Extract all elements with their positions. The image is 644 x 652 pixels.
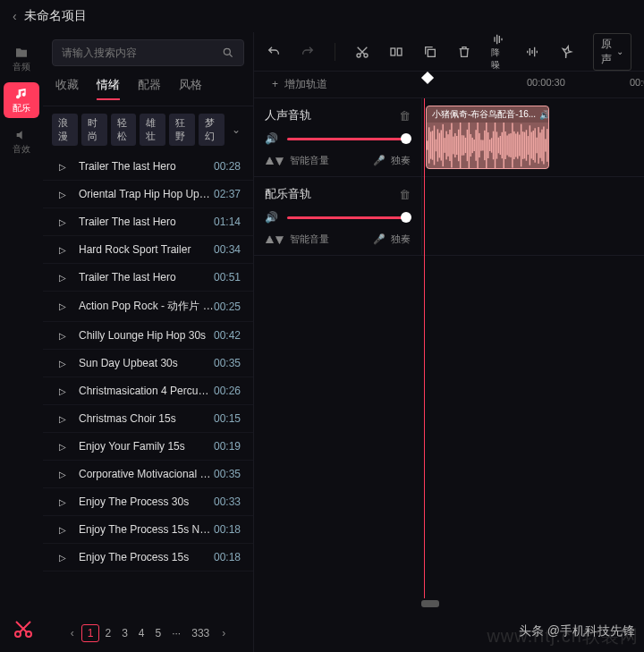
- svg-rect-59: [517, 131, 518, 158]
- svg-rect-39: [482, 140, 483, 151]
- play-icon[interactable]: ▷: [55, 359, 70, 368]
- pill[interactable]: 梦幻: [199, 114, 225, 146]
- tab-fav[interactable]: 收藏: [55, 77, 79, 100]
- back-icon[interactable]: ‹: [13, 9, 17, 23]
- undo-button[interactable]: [267, 45, 281, 59]
- pin-button[interactable]: [559, 45, 573, 59]
- split-button[interactable]: [389, 45, 403, 59]
- list-item[interactable]: ▷Enjoy Your Family 15s00:19: [43, 433, 253, 461]
- pager-page[interactable]: ···: [166, 625, 186, 641]
- list-item[interactable]: ▷Enjoy The Process 15s00:18: [43, 544, 253, 572]
- trash-icon[interactable]: 🗑: [399, 188, 411, 201]
- list-item[interactable]: ▷Christmas Choir 15s00:15: [43, 405, 253, 433]
- list-item[interactable]: ▷Trailer The last Hero00:51: [43, 264, 253, 292]
- track-lane[interactable]: 小猪佩奇-布谷鸟配音-16... 🔊: [422, 98, 644, 176]
- play-icon[interactable]: ▷: [55, 497, 70, 507]
- tab-instr[interactable]: 配器: [138, 77, 161, 100]
- svg-rect-16: [442, 124, 443, 166]
- add-track-button[interactable]: + 增加轨道: [272, 77, 327, 92]
- tab-mood[interactable]: 情绪: [97, 77, 120, 100]
- redo-button[interactable]: [301, 45, 315, 59]
- volume-icon[interactable]: 🔊: [265, 132, 278, 145]
- pill[interactable]: 浪漫: [52, 114, 78, 146]
- list-item[interactable]: ▷Enjoy The Process 15s No ...00:18: [43, 516, 253, 544]
- sidebar-item-sfx[interactable]: 音效: [4, 123, 39, 159]
- track-header: 配乐音轨 🗑 🔊 ⯅⯆智能音量 🎤独奏: [254, 177, 422, 255]
- search-input-wrap[interactable]: [52, 39, 244, 66]
- audio-clip[interactable]: 小猪佩奇-布谷鸟配音-16... 🔊: [426, 106, 549, 169]
- track-list: ▷Trailer The last Hero00:28▷Oriental Tra…: [43, 153, 253, 618]
- pager-page[interactable]: 2: [99, 625, 116, 641]
- play-icon[interactable]: ▷: [55, 553, 70, 563]
- svg-rect-26: [460, 123, 461, 168]
- time-ruler[interactable]: + 增加轨道 00:00:30 00:01:00: [254, 72, 644, 98]
- list-item[interactable]: ▷Trailer The last Hero00:28: [43, 153, 253, 181]
- svg-rect-68: [533, 131, 534, 160]
- track-title: 人声音轨: [265, 107, 311, 123]
- list-item[interactable]: ▷Hard Rock Sport Trailer00:34: [43, 236, 253, 264]
- sidebar-item-music[interactable]: 配乐: [4, 82, 39, 118]
- play-icon[interactable]: ▷: [55, 414, 70, 424]
- play-icon[interactable]: ▷: [55, 190, 70, 199]
- list-item[interactable]: ▷Christmasication 4 Percussi...00:26: [43, 377, 253, 405]
- play-icon[interactable]: ▷: [55, 217, 70, 227]
- svg-rect-22: [453, 137, 453, 155]
- volume-slider[interactable]: [287, 216, 411, 219]
- track-lane[interactable]: [422, 177, 644, 255]
- denoise-button[interactable]: 降噪: [491, 32, 505, 72]
- pill[interactable]: 狂野: [169, 114, 195, 146]
- waveform: [427, 123, 548, 168]
- play-icon[interactable]: ▷: [55, 470, 70, 479]
- track-name: Hard Rock Sport Trailer: [79, 243, 214, 256]
- search-input[interactable]: [62, 47, 222, 59]
- volume-icon[interactable]: 🔊: [265, 211, 278, 224]
- track-name: Enjoy The Process 30s: [79, 495, 214, 508]
- delete-button[interactable]: [457, 45, 471, 59]
- volume-slider[interactable]: [287, 138, 411, 140]
- pager-prev[interactable]: ‹: [71, 627, 74, 639]
- list-item[interactable]: ▷Sun Day Upbeat 30s00:35: [43, 350, 253, 377]
- sidebar-item-audio[interactable]: 音频: [4, 41, 39, 77]
- play-icon[interactable]: ▷: [55, 245, 70, 255]
- cut-button[interactable]: [355, 45, 369, 59]
- copy-button[interactable]: [423, 45, 437, 59]
- pill[interactable]: 时尚: [81, 114, 107, 146]
- list-item[interactable]: ▷Corporative Motivacional 3...00:35: [43, 461, 253, 488]
- list-item[interactable]: ▷Oriental Trap Hip Hop Upb...02:37: [43, 181, 253, 208]
- smart-volume-button[interactable]: ⯅⯆智能音量: [265, 154, 329, 167]
- list-item[interactable]: ▷Trailer The last Hero01:14: [43, 208, 253, 236]
- svg-rect-27: [462, 135, 462, 156]
- list-item[interactable]: ▷Action Pop Rock - 动作片 I...00:25: [43, 292, 253, 322]
- play-icon[interactable]: ▷: [55, 162, 70, 172]
- solo-button[interactable]: 🎤独奏: [373, 233, 411, 246]
- eq-button[interactable]: [525, 45, 539, 59]
- list-item[interactable]: ▷Enjoy The Process 30s00:33: [43, 488, 253, 516]
- svg-rect-9: [430, 131, 431, 158]
- pager-next[interactable]: ›: [222, 627, 225, 639]
- trash-icon[interactable]: 🗑: [399, 109, 411, 123]
- play-icon[interactable]: ▷: [55, 273, 70, 283]
- chevron-down-icon[interactable]: ⌄: [228, 123, 244, 136]
- end-marker[interactable]: [421, 600, 439, 607]
- pager-page[interactable]: 4: [133, 625, 150, 641]
- pager-page[interactable]: 333: [186, 625, 215, 641]
- pager-page[interactable]: 1: [81, 624, 100, 642]
- pill[interactable]: 雄壮: [140, 114, 165, 146]
- play-icon[interactable]: ▷: [55, 525, 70, 535]
- pill[interactable]: 轻松: [111, 114, 137, 146]
- svg-rect-74: [543, 126, 544, 164]
- track-duration: 02:37: [214, 188, 241, 200]
- pager-page[interactable]: 5: [150, 625, 167, 641]
- play-icon[interactable]: ▷: [55, 331, 70, 341]
- play-icon[interactable]: ▷: [55, 301, 70, 311]
- tab-style[interactable]: 风格: [179, 77, 202, 100]
- svg-point-0: [224, 48, 230, 55]
- pager-page[interactable]: 3: [116, 625, 133, 641]
- play-icon[interactable]: ▷: [55, 442, 70, 452]
- smart-volume-button[interactable]: ⯅⯆智能音量: [265, 233, 329, 246]
- list-item[interactable]: ▷Chilly Lounge Hip Hop 30s00:42: [43, 322, 253, 350]
- playhead-handle[interactable]: [421, 72, 434, 84]
- play-icon[interactable]: ▷: [55, 386, 70, 396]
- voice-dropdown[interactable]: 原声 ⌄: [593, 33, 631, 71]
- solo-button[interactable]: 🎤独奏: [373, 154, 411, 167]
